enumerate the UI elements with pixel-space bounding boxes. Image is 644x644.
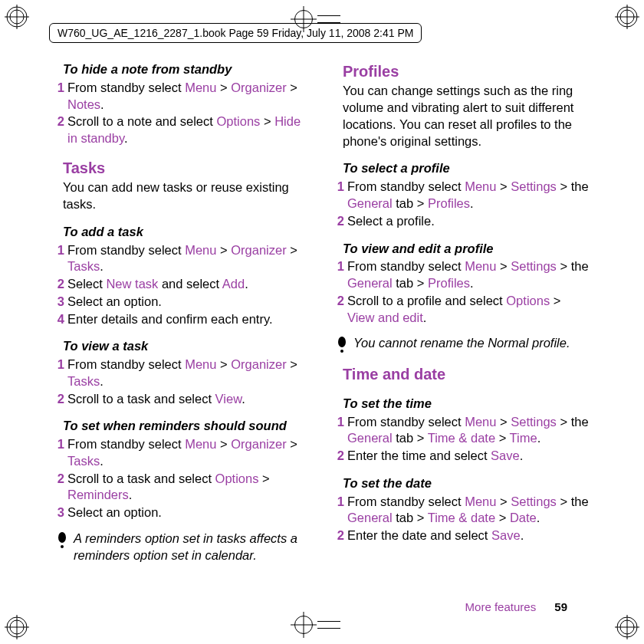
note-text: You cannot rename the Normal profile. [353, 335, 570, 352]
step: 1 From standby select Menu > Organizer >… [54, 356, 310, 390]
step: 1 From standby select Menu > Settings > … [334, 414, 590, 448]
left-column: To hide a note from standby 1 From stand… [54, 61, 310, 575]
right-column: Profiles You can change settings such as… [334, 61, 590, 575]
svg-point-18 [338, 337, 346, 347]
footer-page-number: 59 [554, 600, 567, 613]
step-number: 2 [334, 448, 344, 465]
step-number: 1 [334, 258, 344, 292]
hide-note-heading: To hide a note from standby [63, 61, 310, 78]
step: 2 Select New task and select Add. [54, 276, 310, 293]
step-text: Select New task and select Add. [67, 276, 310, 293]
info-icon [337, 337, 347, 353]
step-text: From standby select Menu > Settings > th… [347, 258, 590, 292]
registration-mark-icon [294, 613, 350, 636]
step-text: From standby select Menu > Organizer > T… [67, 356, 310, 390]
step-text: Scroll to a note and select Options > Hi… [67, 113, 310, 147]
page-header: W760_UG_AE_1216_2287_1.book Page 59 Frid… [43, 20, 601, 46]
step: 1 From standby select Menu > Settings > … [334, 179, 590, 212]
step-text: Enter the date and select Save. [347, 527, 590, 544]
step: 2 Scroll to a task and select Options > … [54, 471, 310, 504]
step: 3 Select an option. [54, 504, 310, 521]
step-number: 3 [54, 294, 64, 310]
step-text: Select an option. [67, 294, 310, 310]
footer-section: More features [465, 600, 537, 613]
step-number: 2 [54, 471, 64, 504]
reminders-heading: To set when reminders should sound [63, 418, 310, 435]
step-number: 1 [54, 242, 64, 276]
select-profile-heading: To select a profile [343, 160, 590, 177]
step-number: 3 [54, 504, 64, 521]
info-icon [57, 532, 67, 549]
step: 1 From standby select Menu > Settings > … [334, 258, 590, 292]
step: 1 From standby select Menu > Settings > … [334, 494, 590, 527]
crop-mark-icon [5, 615, 29, 639]
step-text: From standby select Menu > Settings > th… [347, 179, 590, 212]
set-time-heading: To set the time [343, 396, 590, 412]
set-date-heading: To set the date [343, 475, 590, 492]
step-text: Select a profile. [347, 213, 590, 230]
step: 1 From standby select Menu > Organizer >… [54, 242, 310, 276]
step-number: 2 [334, 213, 344, 230]
step-number: 1 [54, 436, 64, 470]
step-number: 2 [54, 113, 64, 147]
step-number: 4 [54, 311, 64, 328]
step-text: Enter details and confirm each entry. [67, 311, 310, 328]
edit-profile-heading: To view and edit a profile [343, 241, 590, 258]
tasks-section-heading: Tasks [63, 158, 310, 178]
note-box: You cannot rename the Normal profile. [337, 335, 590, 353]
step-text: Scroll to a task and select View. [67, 391, 310, 408]
step-number: 1 [334, 179, 344, 212]
svg-point-17 [61, 545, 64, 548]
step-number: 1 [54, 80, 64, 113]
crop-mark-icon [615, 615, 639, 639]
crop-mark-icon [5, 5, 29, 29]
view-task-heading: To view a task [63, 338, 310, 355]
step-text: Select an option. [67, 504, 310, 521]
step-text: From standby select Menu > Organizer > T… [67, 436, 310, 470]
step-number: 2 [54, 276, 64, 293]
step: 3 Select an option. [54, 294, 310, 310]
step: 2 Scroll to a note and select Options > … [54, 113, 310, 147]
note-text: A reminders option set in tasks affects … [74, 531, 310, 564]
time-date-section-heading: Time and date [343, 364, 590, 384]
page-content: To hide a note from standby 1 From stand… [54, 61, 590, 575]
step: 1 From standby select Menu > Organizer >… [54, 80, 310, 113]
step-text: From standby select Menu > Settings > th… [347, 414, 590, 448]
add-task-heading: To add a task [63, 224, 310, 241]
step-text: From standby select Menu > Organizer > T… [67, 242, 310, 276]
step: 2 Enter the date and select Save. [334, 527, 590, 544]
step-text: Enter the time and select Save. [347, 448, 590, 465]
step-number: 2 [334, 527, 344, 544]
step-number: 1 [54, 356, 64, 390]
step-text: From standby select Menu > Organizer > N… [67, 80, 310, 113]
step-text: Scroll to a profile and select Options >… [347, 293, 590, 327]
step-number: 2 [54, 391, 64, 408]
crop-mark-icon [615, 5, 639, 29]
step-number: 2 [334, 293, 344, 327]
step-number: 1 [334, 494, 344, 527]
step: 2 Scroll to a profile and select Options… [334, 293, 590, 327]
profiles-section-heading: Profiles [343, 61, 590, 81]
step: 2 Select a profile. [334, 213, 590, 230]
page-footer: More features 59 [465, 600, 567, 613]
svg-point-16 [58, 532, 66, 543]
step: 2 Scroll to a task and select View. [54, 391, 310, 408]
profiles-intro: You can change settings such as the ring… [343, 83, 590, 150]
header-text: W760_UG_AE_1216_2287_1.book Page 59 Frid… [49, 23, 422, 43]
step-text: Scroll to a task and select Options > Re… [67, 471, 310, 504]
step: 1 From standby select Menu > Organizer >… [54, 436, 310, 470]
step: 2 Enter the time and select Save. [334, 448, 590, 465]
tasks-intro: You can add new tasks or reuse existing … [63, 179, 310, 213]
step-number: 1 [334, 414, 344, 448]
note-box: A reminders option set in tasks affects … [57, 531, 310, 564]
step-text: From standby select Menu > Settings > th… [347, 494, 590, 527]
svg-point-19 [340, 350, 343, 353]
step: 4 Enter details and confirm each entry. [54, 311, 310, 328]
